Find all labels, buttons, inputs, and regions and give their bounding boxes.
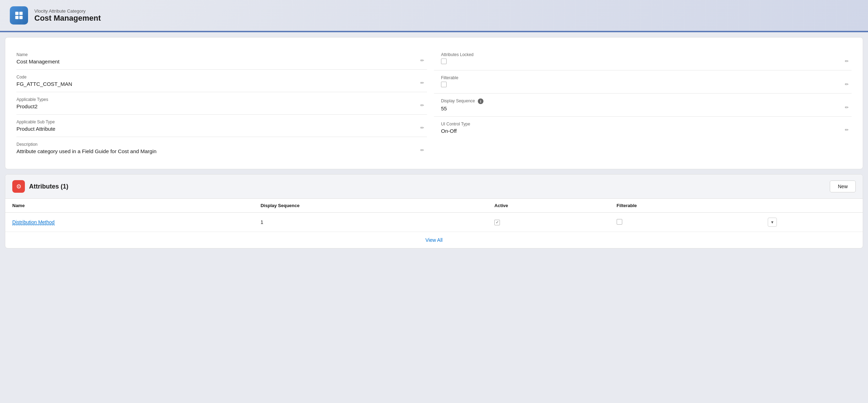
detail-card: Name Cost Management Code FG_ATTC_COST_M…	[5, 37, 863, 169]
attributes-header: ⚙ Attributes (1) New	[5, 175, 863, 199]
col-header-filterable: Filterable	[610, 199, 761, 213]
edit-code-icon[interactable]	[420, 80, 424, 86]
edit-attributes-locked-icon[interactable]	[845, 58, 849, 64]
row-active-cell	[487, 213, 609, 232]
row-filterable-checkbox[interactable]	[617, 219, 622, 225]
col-header-actions	[761, 199, 863, 213]
table-row: Distribution Method 1 ▼	[5, 213, 863, 232]
col-header-display-sequence: Display Sequence	[253, 199, 487, 213]
svg-rect-2	[15, 16, 19, 19]
view-all-link[interactable]: View All	[426, 237, 443, 243]
field-filterable: Filterable	[434, 70, 852, 94]
attributes-section: ⚙ Attributes (1) New Name Display Sequen…	[5, 174, 863, 248]
row-display-sequence-cell: 1	[253, 213, 487, 232]
filterable-checkbox[interactable]	[441, 82, 447, 87]
edit-filterable-icon[interactable]	[845, 81, 849, 87]
edit-ui-control-type-icon[interactable]	[845, 127, 849, 132]
field-display-sequence: Display Sequence i 55	[434, 94, 852, 117]
field-description: Description Attribute category used in a…	[16, 137, 427, 159]
fields-grid: Name Cost Management Code FG_ATTC_COST_M…	[16, 47, 852, 159]
edit-description-icon[interactable]	[420, 147, 424, 153]
attributes-table: Name Display Sequence Active Filterable …	[5, 199, 863, 232]
field-name: Name Cost Management	[16, 47, 427, 70]
field-applicable-sub-type: Applicable Sub Type Product Attribute	[16, 115, 427, 137]
edit-name-icon[interactable]	[420, 57, 424, 63]
svg-rect-3	[19, 16, 22, 19]
row-filterable-cell	[610, 213, 761, 232]
svg-rect-1	[19, 12, 22, 15]
content-wrapper: Name Cost Management Code FG_ATTC_COST_M…	[0, 32, 868, 253]
row-name-cell: Distribution Method	[5, 213, 253, 232]
new-attribute-button[interactable]: New	[830, 180, 856, 192]
edit-applicable-types-icon[interactable]	[420, 102, 424, 108]
attribute-category-icon	[14, 11, 24, 20]
svg-rect-0	[15, 12, 19, 15]
attributes-section-icon: ⚙	[12, 180, 25, 193]
field-applicable-types: Applicable Types Product2	[16, 92, 427, 115]
col-header-name: Name	[5, 199, 253, 213]
header-subtitle: Vlocity Attribute Category	[34, 8, 101, 14]
distribution-method-link[interactable]: Distribution Method	[12, 219, 55, 225]
attributes-title-group: ⚙ Attributes (1)	[12, 180, 68, 193]
field-ui-control-type: UI Control Type On-Off	[434, 117, 852, 139]
edit-display-sequence-icon[interactable]	[845, 104, 849, 110]
right-field-col: Attributes Locked Filterable Display	[434, 47, 852, 159]
row-dropdown-button[interactable]: ▼	[768, 218, 777, 227]
page-title: Cost Management	[34, 14, 101, 23]
edit-applicable-sub-type-icon[interactable]	[420, 125, 424, 130]
left-field-col: Name Cost Management Code FG_ATTC_COST_M…	[16, 47, 434, 159]
header-icon	[10, 6, 28, 25]
header-text: Vlocity Attribute Category Cost Manageme…	[34, 8, 101, 23]
attributes-title: Attributes (1)	[29, 183, 68, 190]
row-actions-cell: ▼	[761, 213, 863, 232]
field-attributes-locked: Attributes Locked	[434, 47, 852, 70]
attributes-locked-checkbox[interactable]	[441, 59, 447, 64]
field-code: Code FG_ATTC_COST_MAN	[16, 70, 427, 92]
table-header-row: Name Display Sequence Active Filterable	[5, 199, 863, 213]
view-all-row: View All	[5, 232, 863, 248]
page-header: Vlocity Attribute Category Cost Manageme…	[0, 0, 868, 32]
display-sequence-info-icon[interactable]: i	[478, 98, 483, 104]
col-header-active: Active	[487, 199, 609, 213]
row-active-checkbox[interactable]	[494, 220, 500, 225]
